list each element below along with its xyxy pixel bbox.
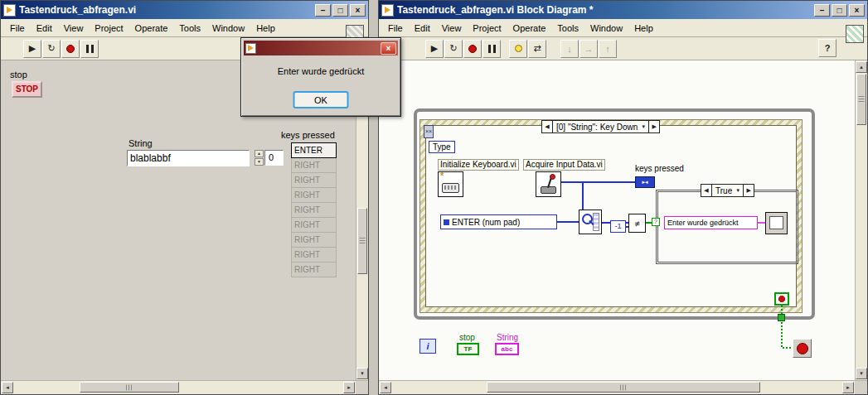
acquire-input-vi-node[interactable] — [536, 171, 561, 197]
one-button-dialog-node[interactable] — [765, 212, 788, 234]
minimize-button[interactable]: – — [814, 4, 830, 17]
event-data-type-label[interactable]: Type — [429, 141, 455, 153]
step-into-button[interactable]: ↓ — [560, 40, 579, 58]
menu-edit[interactable]: Edit — [409, 21, 436, 36]
menu-help[interactable]: Help — [250, 21, 281, 36]
numeric-control: ▲ ▼ 0 — [255, 150, 284, 166]
vertical-scroll-thumb[interactable] — [856, 74, 866, 125]
abort-button[interactable] — [61, 40, 80, 58]
scroll-up-icon[interactable]: ▲ — [856, 61, 867, 73]
pause-button[interactable] — [80, 40, 99, 58]
scrollbar-corner — [855, 381, 867, 394]
menu-file[interactable]: File — [4, 21, 31, 36]
not-equal-node[interactable]: ≠ — [628, 214, 646, 233]
stop-boolean-terminal[interactable]: TF — [457, 343, 479, 355]
minus-one-constant[interactable]: -1 — [610, 220, 626, 233]
spin-down-icon[interactable]: ▼ — [255, 158, 264, 166]
vertical-scroll-thumb[interactable] — [357, 208, 367, 274]
search-array-node[interactable] — [579, 210, 602, 234]
loop-condition-terminal[interactable] — [774, 292, 789, 306]
joystick-knob-icon — [550, 174, 555, 180]
menu-edit[interactable]: Edit — [31, 21, 58, 36]
step-out-button[interactable]: ↑ — [599, 40, 617, 58]
wire-keys-pressed[interactable] — [561, 181, 636, 183]
init-keyboard-vi-node[interactable] — [438, 171, 463, 197]
scroll-right-icon[interactable]: ► — [343, 382, 355, 393]
retain-wire-values-button[interactable]: ⇄ — [528, 40, 546, 58]
next-case-icon[interactable]: ▶ — [743, 185, 754, 196]
spin-up-icon[interactable]: ▲ — [255, 150, 264, 157]
run-continuous-button[interactable]: ↻ — [42, 40, 61, 58]
menu-help[interactable]: Help — [628, 21, 659, 36]
step-into-icon: ↓ — [567, 44, 572, 54]
wire-conditional-vertical[interactable] — [781, 306, 783, 349]
pause-button[interactable] — [482, 40, 501, 58]
lightbulb-icon — [515, 45, 522, 52]
menu-project[interactable]: Project — [89, 21, 129, 36]
menu-view[interactable]: View — [58, 21, 90, 36]
key-list-item: RIGHT — [291, 247, 337, 263]
next-case-icon[interactable]: ▶ — [648, 121, 659, 132]
run-continuous-icon: ↻ — [47, 43, 55, 54]
menu-operate[interactable]: Operate — [507, 21, 552, 36]
maximize-button[interactable]: □ — [832, 4, 847, 17]
menubar: File Edit View Project Operate Tools Win… — [379, 19, 867, 37]
case-selector-terminal[interactable]: ? — [652, 218, 660, 226]
front-panel-titlebar: Tastendruck_abfragen.vi – □ × — [1, 1, 368, 19]
enum-constant-node[interactable]: ENTER (num pad) — [440, 214, 557, 229]
scroll-down-icon[interactable]: ▼ — [856, 368, 867, 379]
menu-project[interactable]: Project — [467, 21, 507, 36]
menu-window[interactable]: Window — [206, 21, 250, 36]
help-button[interactable]: ? — [818, 39, 836, 57]
run-continuous-button[interactable]: ↻ — [444, 40, 463, 58]
abort-button[interactable] — [463, 40, 482, 58]
run-button[interactable]: ▶ — [23, 40, 41, 58]
event-data-node[interactable] — [424, 125, 434, 138]
prev-case-icon[interactable]: ◀ — [542, 121, 553, 132]
numeric-value[interactable]: 0 — [264, 150, 284, 166]
keys-pressed-array-terminal[interactable] — [635, 176, 655, 188]
dialog-ok-button[interactable]: OK — [293, 91, 349, 108]
menu-tools[interactable]: Tools — [551, 21, 584, 36]
prev-case-icon[interactable]: ◀ — [701, 185, 712, 196]
run-button[interactable]: ▶ — [425, 40, 444, 58]
string-input[interactable] — [127, 150, 250, 166]
menu-tools[interactable]: Tools — [173, 21, 206, 36]
minimize-button[interactable]: – — [315, 4, 331, 17]
horizontal-scroll-thumb[interactable] — [80, 382, 179, 393]
step-over-button[interactable]: → — [579, 40, 598, 58]
string-control-terminal[interactable]: abc — [495, 343, 519, 355]
wire-branch[interactable] — [582, 181, 584, 211]
menu-operate[interactable]: Operate — [129, 21, 174, 36]
key-list-item: ENTER — [291, 142, 337, 158]
highlight-execution-button[interactable] — [509, 40, 527, 58]
keys-pressed-terminal-label: keys pressed — [635, 164, 684, 173]
scroll-down-icon[interactable]: ▼ — [356, 368, 368, 379]
scroll-left-icon[interactable]: ◄ — [2, 382, 13, 393]
string-constant-node[interactable]: Enter wurde gedrückt — [664, 216, 758, 229]
horizontal-scroll-thumb[interactable] — [487, 382, 760, 393]
case-dropdown-icon[interactable]: ▼ — [735, 185, 743, 196]
menu-view[interactable]: View — [436, 21, 468, 36]
case-dropdown-icon[interactable]: ▼ — [641, 121, 648, 132]
menu-window[interactable]: Window — [584, 21, 628, 36]
thumb-grip-icon — [620, 384, 627, 390]
case-label[interactable]: True — [712, 185, 735, 196]
loop-tunnel[interactable] — [778, 314, 785, 321]
block-diagram-window: Tastendruck_abfragen.vi Block Diagram * … — [378, 0, 868, 395]
stop-function-node[interactable] — [793, 339, 812, 358]
dialog-close-button[interactable]: × — [381, 42, 396, 55]
iteration-terminal[interactable]: i — [419, 339, 436, 354]
close-button[interactable]: × — [350, 4, 366, 17]
wire-enum[interactable] — [556, 221, 579, 223]
stop-button-control[interactable]: STOP — [12, 81, 42, 98]
scroll-right-icon[interactable]: ► — [842, 382, 854, 393]
menu-file[interactable]: File — [382, 21, 409, 36]
close-button[interactable]: × — [849, 4, 865, 17]
menubar: File Edit View Project Operate Tools Win… — [1, 19, 368, 37]
scroll-left-icon[interactable]: ◄ — [380, 382, 391, 393]
maximize-button[interactable]: □ — [332, 4, 348, 17]
vi-icon-thumbnail[interactable] — [846, 25, 864, 43]
thumb-grip-icon — [126, 384, 133, 390]
event-case-label[interactable]: [0] "String": Key Down — [553, 121, 641, 132]
